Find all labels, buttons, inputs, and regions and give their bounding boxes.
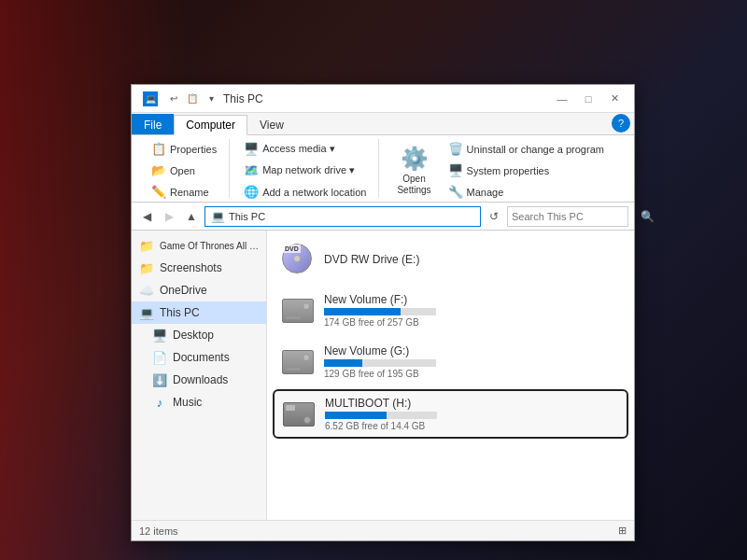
address-bar: ◀ ▶ ▲ 💻 This PC ↺ 🔍 <box>132 203 634 231</box>
multiboot-bar-fill <box>325 412 387 419</box>
map-drive-icon: 🗺️ <box>244 163 259 177</box>
system-props-button[interactable]: 🖥️ System properties <box>444 161 609 180</box>
help-button[interactable]: ? <box>612 114 630 133</box>
ribbon-content: 📋 Properties 📂 Open ✏️ Rename Location <box>132 135 634 203</box>
settings-icon: ⚙️ <box>401 146 429 172</box>
volume-g-bar-bg <box>324 359 436 367</box>
search-icon: 🔍 <box>641 210 655 223</box>
open-icon: 📂 <box>151 163 166 177</box>
refresh-button[interactable]: ↺ <box>485 207 503 226</box>
downloads-icon: ⬇️ <box>152 372 167 387</box>
sidebar-item-this-pc[interactable]: 💻 This PC <box>132 301 266 324</box>
properties-button[interactable]: 📋 Properties <box>147 139 221 159</box>
music-icon: ♪ <box>152 395 167 410</box>
desktop-icon: 🖥️ <box>152 328 167 343</box>
sidebar-label: Desktop <box>173 329 214 342</box>
ribbon-group-network: 🖥️ Access media ▾ 🗺️ Map network drive ▾… <box>232 139 379 198</box>
volume-g-name: New Volume (G:) <box>324 344 620 357</box>
maximize-button[interactable]: □ <box>576 90 600 108</box>
qa-properties-btn[interactable]: 📋 <box>184 91 201 107</box>
sidebar-label: Documents <box>173 351 230 364</box>
sidebar-label: This PC <box>160 306 200 319</box>
qa-undo-btn[interactable]: ↩ <box>165 91 182 107</box>
sidebar-label: Downloads <box>173 373 228 386</box>
volume-f-name: New Volume (F:) <box>324 293 620 306</box>
hdd-g-icon <box>281 345 315 379</box>
location-group-items: 📋 Properties 📂 Open ✏️ Rename <box>147 139 221 202</box>
open-button[interactable]: 📂 Open <box>147 161 221 180</box>
drive-dvd[interactable]: DVD DVD RW Drive (E:) <box>273 236 628 283</box>
location-buttons: 📋 Properties 📂 Open ✏️ Rename <box>147 139 221 202</box>
documents-icon: 📄 <box>152 350 167 365</box>
onedrive-icon: ☁️ <box>139 283 154 298</box>
volume-g-space: 129 GB free of 195 GB <box>324 369 620 379</box>
address-path[interactable]: 💻 This PC <box>204 206 481 227</box>
volume-f-info: New Volume (F:) 174 GB free of 257 GB <box>324 293 620 328</box>
system-buttons-col: 🗑️ Uninstall or change a program 🖥️ Syst… <box>444 139 609 202</box>
sidebar: 📁 Game Of Thrones All Season 📁 Screensho… <box>132 231 267 520</box>
properties-icon: 📋 <box>151 142 166 156</box>
sidebar-item-music[interactable]: ♪ Music <box>132 391 266 413</box>
volume-g-info: New Volume (G:) 129 GB free of 195 GB <box>324 344 620 379</box>
access-media-icon: 🖥️ <box>244 142 259 156</box>
drive-multiboot[interactable]: MULTIBOOT (H:) 6.52 GB free of 14.4 GB <box>273 389 628 439</box>
qa-new-folder-btn[interactable]: ▾ <box>203 91 219 107</box>
path-icon: 💻 <box>211 210 225 223</box>
usb-h-icon <box>282 398 316 431</box>
volume-f-bar-fill <box>324 308 401 315</box>
drive-volume-f[interactable]: New Volume (F:) 174 GB free of 257 GB <box>273 287 628 334</box>
sidebar-item-desktop[interactable]: 🖥️ Desktop <box>132 324 266 346</box>
sidebar-item-screenshots[interactable]: 📁 Screenshots <box>132 257 266 279</box>
forward-button[interactable]: ▶ <box>160 207 178 226</box>
sidebar-item-game-of-thrones[interactable]: 📁 Game Of Thrones All Season <box>132 234 266 257</box>
sidebar-label: Screenshots <box>160 261 222 274</box>
multiboot-bar-bg <box>325 412 437 419</box>
sidebar-item-downloads[interactable]: ⬇️ Downloads <box>132 369 266 391</box>
ribbon-group-system: ⚙️ OpenSettings 🗑️ Uninstall or change a… <box>381 139 616 198</box>
uninstall-button[interactable]: 🗑️ Uninstall or change a program <box>444 139 609 159</box>
this-pc-icon: 💻 <box>139 305 154 320</box>
manage-button[interactable]: 🔧 Manage <box>444 182 609 202</box>
hdd-f-icon <box>281 294 315 328</box>
multiboot-info: MULTIBOOT (H:) 6.52 GB free of 14.4 GB <box>325 397 619 431</box>
search-box: 🔍 <box>507 206 628 227</box>
sidebar-label: Music <box>173 396 202 409</box>
view-icons: ⊞ <box>618 525 627 537</box>
map-drive-button[interactable]: 🗺️ Map network drive ▾ <box>239 161 371 180</box>
back-button[interactable]: ◀ <box>137 207 156 226</box>
item-count: 12 items <box>139 525 178 537</box>
system-props-label: System properties <box>467 165 550 176</box>
drive-volume-g[interactable]: New Volume (G:) 129 GB free of 195 GB <box>273 338 628 385</box>
tab-computer[interactable]: Computer <box>174 115 247 135</box>
window-controls: — □ ✕ <box>550 90 627 108</box>
network-buttons: 🖥️ Access media ▾ 🗺️ Map network drive ▾… <box>239 139 371 202</box>
open-settings-label: OpenSettings <box>397 174 430 196</box>
add-location-button[interactable]: 🌐 Add a network location <box>239 182 371 202</box>
access-media-button[interactable]: 🖥️ Access media ▾ <box>239 139 371 159</box>
tab-view[interactable]: View <box>247 114 296 134</box>
multiboot-space: 6.52 GB free of 14.4 GB <box>325 421 619 431</box>
window-title: This PC <box>223 92 550 105</box>
sidebar-item-onedrive[interactable]: ☁️ OneDrive <box>132 279 266 301</box>
folder-icon: 📁 <box>139 238 154 253</box>
system-props-icon: 🖥️ <box>448 163 463 177</box>
open-settings-button[interactable]: ⚙️ OpenSettings <box>388 141 439 201</box>
uninstall-icon: 🗑️ <box>448 142 463 156</box>
dvd-drive-info: DVD RW Drive (E:) <box>324 253 620 266</box>
volume-f-bar-bg <box>324 308 436 315</box>
rename-button[interactable]: ✏️ Rename <box>147 182 221 202</box>
sidebar-label: Game Of Thrones All Season <box>160 241 259 251</box>
sidebar-item-documents[interactable]: 📄 Documents <box>132 346 266 369</box>
volume-f-space: 174 GB free of 257 GB <box>324 317 620 328</box>
minimize-button[interactable]: — <box>550 90 574 108</box>
status-bar: 12 items ⊞ <box>132 520 634 540</box>
ribbon-group-location: 📋 Properties 📂 Open ✏️ Rename Location <box>139 139 230 198</box>
volume-g-bar-fill <box>324 359 362 367</box>
tab-file[interactable]: File <box>132 114 174 134</box>
up-button[interactable]: ▲ <box>182 207 201 226</box>
file-list[interactable]: DVD DVD RW Drive (E:) New Volume (F:) <box>267 231 634 520</box>
search-input[interactable] <box>512 211 641 222</box>
explorer-window: 💻 ↩ 📋 ▾ This PC — □ ✕ File Computer View… <box>131 84 635 541</box>
close-button[interactable]: ✕ <box>602 90 627 108</box>
rename-icon: ✏️ <box>151 185 166 199</box>
